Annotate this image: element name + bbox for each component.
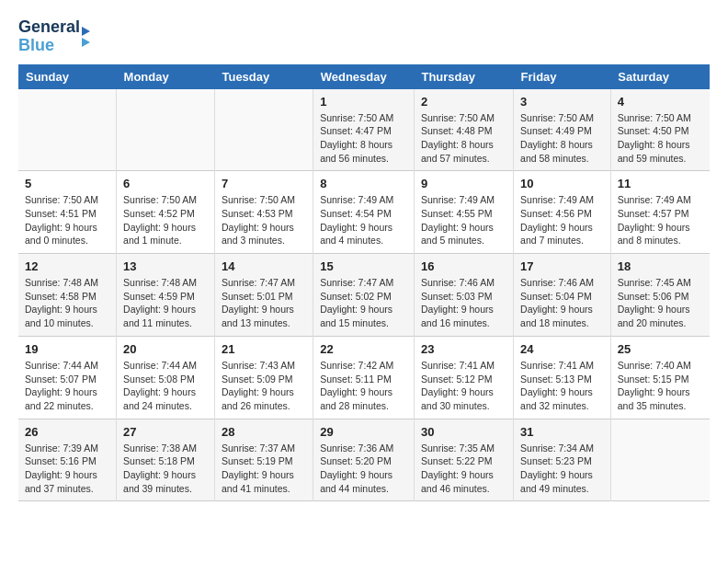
day-number: 11 xyxy=(618,177,703,190)
calendar-cell: 15Sunrise: 7:47 AM Sunset: 5:02 PM Dayli… xyxy=(313,254,415,337)
day-number: 4 xyxy=(618,95,703,109)
calendar-cell: 8Sunrise: 7:49 AM Sunset: 4:54 PM Daylig… xyxy=(313,171,415,254)
calendar-cell: 26Sunrise: 7:39 AM Sunset: 5:16 PM Dayli… xyxy=(18,419,117,501)
day-info: Sunrise: 7:46 AM Sunset: 5:03 PM Dayligh… xyxy=(421,276,506,330)
day-info: Sunrise: 7:48 AM Sunset: 4:59 PM Dayligh… xyxy=(123,276,208,330)
calendar-cell: 1Sunrise: 7:50 AM Sunset: 4:47 PM Daylig… xyxy=(313,89,415,171)
calendar-week-4: 19Sunrise: 7:44 AM Sunset: 5:07 PM Dayli… xyxy=(18,336,710,419)
calendar-cell: 4Sunrise: 7:50 AM Sunset: 4:50 PM Daylig… xyxy=(610,89,710,171)
day-info: Sunrise: 7:47 AM Sunset: 5:02 PM Dayligh… xyxy=(320,276,407,330)
day-info: Sunrise: 7:46 AM Sunset: 5:04 PM Dayligh… xyxy=(520,276,604,330)
calendar-cell: 30Sunrise: 7:35 AM Sunset: 5:22 PM Dayli… xyxy=(414,419,513,501)
calendar-cell: 29Sunrise: 7:36 AM Sunset: 5:20 PM Dayli… xyxy=(313,419,415,501)
calendar-cell: 5Sunrise: 7:50 AM Sunset: 4:51 PM Daylig… xyxy=(18,171,117,254)
calendar-cell: 17Sunrise: 7:46 AM Sunset: 5:04 PM Dayli… xyxy=(514,254,611,337)
day-number: 16 xyxy=(421,259,506,273)
calendar-cell: 27Sunrise: 7:38 AM Sunset: 5:18 PM Dayli… xyxy=(117,419,215,501)
weekday-header-wednesday: Wednesday xyxy=(313,64,415,89)
calendar-week-1: 1Sunrise: 7:50 AM Sunset: 4:47 PM Daylig… xyxy=(18,89,710,171)
day-number: 20 xyxy=(123,342,208,356)
day-info: Sunrise: 7:35 AM Sunset: 5:22 PM Dayligh… xyxy=(421,442,506,496)
calendar-cell: 3Sunrise: 7:50 AM Sunset: 4:49 PM Daylig… xyxy=(514,89,611,171)
day-number: 17 xyxy=(520,259,604,273)
calendar-cell: 11Sunrise: 7:49 AM Sunset: 4:57 PM Dayli… xyxy=(610,171,710,254)
day-info: Sunrise: 7:38 AM Sunset: 5:18 PM Dayligh… xyxy=(123,442,208,496)
day-info: Sunrise: 7:50 AM Sunset: 4:51 PM Dayligh… xyxy=(25,193,109,247)
day-number: 8 xyxy=(320,177,407,190)
day-number: 18 xyxy=(618,259,703,273)
calendar-cell: 2Sunrise: 7:50 AM Sunset: 4:48 PM Daylig… xyxy=(414,89,513,171)
weekday-header-sunday: Sunday xyxy=(18,64,117,89)
day-info: Sunrise: 7:39 AM Sunset: 5:16 PM Dayligh… xyxy=(25,442,109,496)
day-info: Sunrise: 7:48 AM Sunset: 4:58 PM Dayligh… xyxy=(25,276,109,330)
day-number: 3 xyxy=(520,95,604,109)
day-info: Sunrise: 7:50 AM Sunset: 4:48 PM Dayligh… xyxy=(421,111,506,166)
day-number: 12 xyxy=(25,259,109,273)
day-number: 25 xyxy=(618,342,703,356)
day-info: Sunrise: 7:45 AM Sunset: 5:06 PM Dayligh… xyxy=(618,276,703,330)
day-info: Sunrise: 7:40 AM Sunset: 5:15 PM Dayligh… xyxy=(618,359,703,413)
day-number: 5 xyxy=(25,177,109,190)
weekday-header-tuesday: Tuesday xyxy=(214,64,313,89)
calendar-week-3: 12Sunrise: 7:48 AM Sunset: 4:58 PM Dayli… xyxy=(18,254,710,337)
day-info: Sunrise: 7:41 AM Sunset: 5:12 PM Dayligh… xyxy=(421,359,506,413)
day-number: 24 xyxy=(520,342,604,356)
calendar-week-2: 5Sunrise: 7:50 AM Sunset: 4:51 PM Daylig… xyxy=(18,171,710,254)
calendar-cell xyxy=(18,89,117,171)
day-number: 10 xyxy=(520,177,604,190)
day-info: Sunrise: 7:44 AM Sunset: 5:07 PM Dayligh… xyxy=(25,359,109,413)
day-number: 19 xyxy=(25,342,109,356)
day-number: 27 xyxy=(123,425,208,439)
page-header: GeneralBlue xyxy=(18,18,710,55)
calendar-cell: 24Sunrise: 7:41 AM Sunset: 5:13 PM Dayli… xyxy=(514,336,611,419)
calendar-cell: 9Sunrise: 7:49 AM Sunset: 4:55 PM Daylig… xyxy=(414,171,513,254)
day-number: 31 xyxy=(520,425,604,439)
weekday-header-friday: Friday xyxy=(514,64,611,89)
calendar-cell: 14Sunrise: 7:47 AM Sunset: 5:01 PM Dayli… xyxy=(214,254,313,337)
day-number: 13 xyxy=(123,259,208,273)
day-info: Sunrise: 7:34 AM Sunset: 5:23 PM Dayligh… xyxy=(520,442,604,496)
day-number: 1 xyxy=(320,95,407,109)
day-number: 7 xyxy=(222,177,306,190)
calendar-cell: 13Sunrise: 7:48 AM Sunset: 4:59 PM Dayli… xyxy=(117,254,215,337)
day-info: Sunrise: 7:49 AM Sunset: 4:54 PM Dayligh… xyxy=(320,193,407,247)
calendar-cell xyxy=(214,89,313,171)
day-info: Sunrise: 7:37 AM Sunset: 5:19 PM Dayligh… xyxy=(222,442,306,496)
day-info: Sunrise: 7:50 AM Sunset: 4:47 PM Dayligh… xyxy=(320,111,407,166)
day-info: Sunrise: 7:50 AM Sunset: 4:50 PM Dayligh… xyxy=(618,111,703,166)
day-number: 23 xyxy=(421,342,506,356)
day-info: Sunrise: 7:50 AM Sunset: 4:52 PM Dayligh… xyxy=(123,193,208,247)
day-info: Sunrise: 7:42 AM Sunset: 5:11 PM Dayligh… xyxy=(320,359,407,413)
calendar-cell xyxy=(117,89,215,171)
day-info: Sunrise: 7:50 AM Sunset: 4:53 PM Dayligh… xyxy=(222,193,306,247)
calendar-cell: 18Sunrise: 7:45 AM Sunset: 5:06 PM Dayli… xyxy=(610,254,710,337)
calendar-cell: 19Sunrise: 7:44 AM Sunset: 5:07 PM Dayli… xyxy=(18,336,117,419)
weekday-header-saturday: Saturday xyxy=(610,64,710,89)
day-info: Sunrise: 7:44 AM Sunset: 5:08 PM Dayligh… xyxy=(123,359,208,413)
day-info: Sunrise: 7:49 AM Sunset: 4:56 PM Dayligh… xyxy=(520,193,604,247)
day-info: Sunrise: 7:43 AM Sunset: 5:09 PM Dayligh… xyxy=(222,359,306,413)
calendar-cell: 21Sunrise: 7:43 AM Sunset: 5:09 PM Dayli… xyxy=(214,336,313,419)
day-info: Sunrise: 7:47 AM Sunset: 5:01 PM Dayligh… xyxy=(222,276,306,330)
calendar-cell: 25Sunrise: 7:40 AM Sunset: 5:15 PM Dayli… xyxy=(610,336,710,419)
day-number: 14 xyxy=(222,259,306,273)
day-info: Sunrise: 7:36 AM Sunset: 5:20 PM Dayligh… xyxy=(320,442,407,496)
logo: GeneralBlue xyxy=(18,18,90,55)
day-number: 21 xyxy=(222,342,306,356)
calendar-cell: 31Sunrise: 7:34 AM Sunset: 5:23 PM Dayli… xyxy=(514,419,611,501)
day-info: Sunrise: 7:50 AM Sunset: 4:49 PM Dayligh… xyxy=(520,111,604,166)
day-info: Sunrise: 7:49 AM Sunset: 4:55 PM Dayligh… xyxy=(421,193,506,247)
day-number: 6 xyxy=(123,177,208,190)
calendar-cell: 6Sunrise: 7:50 AM Sunset: 4:52 PM Daylig… xyxy=(117,171,215,254)
day-number: 22 xyxy=(320,342,407,356)
calendar-cell: 10Sunrise: 7:49 AM Sunset: 4:56 PM Dayli… xyxy=(514,171,611,254)
calendar-cell xyxy=(610,419,710,501)
day-number: 26 xyxy=(25,425,109,439)
day-info: Sunrise: 7:41 AM Sunset: 5:13 PM Dayligh… xyxy=(520,359,604,413)
calendar-cell: 12Sunrise: 7:48 AM Sunset: 4:58 PM Dayli… xyxy=(18,254,117,337)
calendar-cell: 7Sunrise: 7:50 AM Sunset: 4:53 PM Daylig… xyxy=(214,171,313,254)
weekday-header-monday: Monday xyxy=(117,64,215,89)
calendar-cell: 20Sunrise: 7:44 AM Sunset: 5:08 PM Dayli… xyxy=(117,336,215,419)
day-number: 2 xyxy=(421,95,506,109)
day-info: Sunrise: 7:49 AM Sunset: 4:57 PM Dayligh… xyxy=(618,193,703,247)
